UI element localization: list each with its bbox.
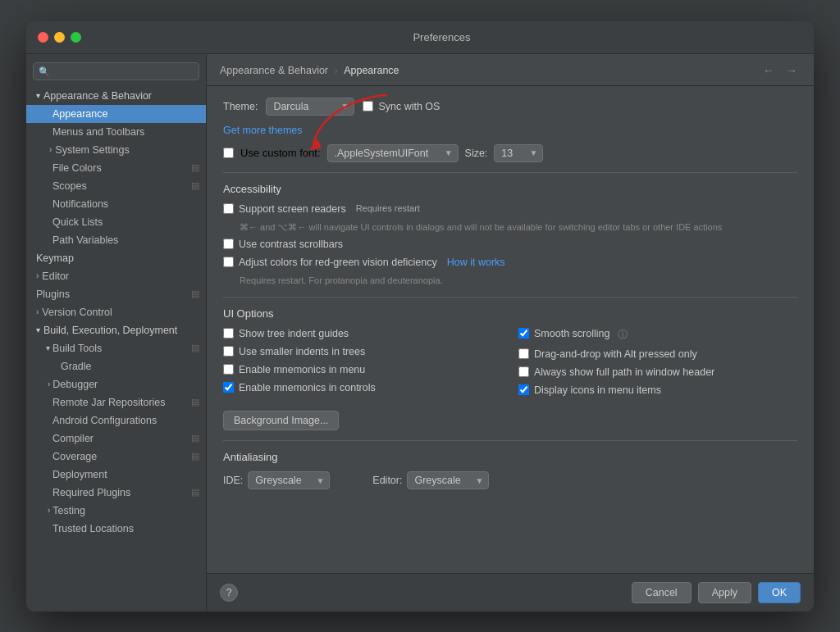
ide-aa-select[interactable]: Greyscale Subpixel None xyxy=(248,471,330,489)
how-it-works-link[interactable]: How it works xyxy=(447,257,505,268)
sidebar-item-debugger[interactable]: › Debugger xyxy=(26,375,206,393)
sidebar-item-system-settings[interactable]: › System Settings xyxy=(26,141,206,159)
titlebar: Preferences xyxy=(26,21,814,54)
background-image-button[interactable]: Background Image... xyxy=(223,411,339,430)
breadcrumb: Appearance & Behavior › Appearance xyxy=(220,65,399,76)
requires-restart-label: Requires restart xyxy=(356,203,420,213)
editor-aa-select[interactable]: Greyscale Subpixel None xyxy=(407,471,489,489)
sidebar-item-label: Build, Execution, Deployment xyxy=(43,325,177,336)
contrast-scrollbars-row: Use contrast scrollbars xyxy=(223,239,797,250)
mnemonics-controls-checkbox[interactable] xyxy=(223,382,234,393)
maximize-button[interactable] xyxy=(71,32,81,43)
display-icons-checkbox[interactable] xyxy=(518,384,529,395)
drag-drop-checkbox[interactable] xyxy=(518,348,529,359)
color-deficiency-label[interactable]: Adjust colors for red-green vision defic… xyxy=(239,257,437,268)
full-path-checkbox[interactable] xyxy=(518,366,529,377)
custom-font-checkbox[interactable] xyxy=(223,148,234,158)
sidebar-item-quick-lists[interactable]: Quick Lists xyxy=(26,213,206,231)
antialiasing-title: Antialiasing xyxy=(223,451,797,463)
editor-aa-label: Editor: xyxy=(372,475,402,486)
theme-select-wrap: Darcula IntelliJ Light High contrast ▼ xyxy=(266,98,354,116)
screen-readers-label[interactable]: Support screen readers xyxy=(239,203,346,215)
full-path-label[interactable]: Always show full path in window header xyxy=(534,366,714,378)
main-panel: Appearance & Behavior › Appearance ← → T… xyxy=(207,54,814,612)
mnemonics-menu-checkbox[interactable] xyxy=(223,364,234,375)
sidebar-item-file-colors[interactable]: File Colors ▤ xyxy=(26,159,206,177)
theme-row: Theme: Darcula IntelliJ Light High contr… xyxy=(223,98,797,116)
search-box[interactable]: 🔍 xyxy=(33,62,199,80)
mnemonics-menu-label[interactable]: Enable mnemonics in menu xyxy=(239,364,365,375)
sidebar-item-appearance-behavior[interactable]: ▾ Appearance & Behavior xyxy=(26,87,206,105)
sidebar-item-coverage[interactable]: Coverage ▤ xyxy=(26,448,206,466)
sidebar-item-appearance[interactable]: Appearance xyxy=(26,105,206,123)
search-input[interactable] xyxy=(33,62,199,80)
sidebar-item-notifications[interactable]: Notifications xyxy=(26,195,206,213)
ok-button[interactable]: OK xyxy=(758,582,801,603)
font-size-select[interactable]: 13 12 14 16 xyxy=(494,144,543,162)
nav-forward-button[interactable]: → xyxy=(783,62,801,79)
sync-os-label[interactable]: Sync with OS xyxy=(378,101,440,112)
contrast-scrollbars-label[interactable]: Use contrast scrollbars xyxy=(239,239,343,250)
drag-drop-row: Drag-and-drop with Alt pressed only xyxy=(518,348,797,360)
ui-options-grid: Show tree indent guides Use smaller inde… xyxy=(223,328,797,402)
sidebar-item-keymap[interactable]: Keymap xyxy=(26,249,206,267)
traffic-lights xyxy=(38,32,81,43)
sidebar-item-version-control[interactable]: › Version Control xyxy=(26,303,206,321)
ide-aa-label: IDE: xyxy=(223,475,243,486)
page-icon: ▤ xyxy=(191,487,199,498)
tree-indent-checkbox[interactable] xyxy=(223,328,234,339)
theme-select[interactable]: Darcula IntelliJ Light High contrast xyxy=(266,98,354,116)
sidebar-item-label: Version Control xyxy=(42,307,112,318)
sidebar-item-deployment[interactable]: Deployment xyxy=(26,466,206,484)
smooth-scrolling-label[interactable]: Smooth scrolling xyxy=(534,328,609,339)
size-label: Size: xyxy=(465,148,488,159)
apply-button[interactable]: Apply xyxy=(698,582,751,603)
main-content-area: 🔍 ▾ Appearance & Behavior Appearance Men… xyxy=(26,54,814,612)
get-more-themes-link[interactable]: Get more themes xyxy=(223,125,303,136)
mnemonics-controls-label[interactable]: Enable mnemonics in controls xyxy=(239,382,376,393)
drag-drop-label[interactable]: Drag-and-drop with Alt pressed only xyxy=(534,348,697,360)
smaller-indents-checkbox[interactable] xyxy=(223,346,234,357)
smaller-indents-label[interactable]: Use smaller indents in trees xyxy=(239,346,365,357)
sidebar-item-gradle[interactable]: Gradle xyxy=(26,357,206,375)
help-button[interactable]: ? xyxy=(220,584,238,602)
sidebar-item-menus-toolbars[interactable]: Menus and Toolbars xyxy=(26,123,206,141)
mnemonics-controls-row: Enable mnemonics in controls xyxy=(223,382,502,393)
sidebar-item-plugins[interactable]: Plugins ▤ xyxy=(26,285,206,303)
sidebar-item-compiler[interactable]: Compiler ▤ xyxy=(26,430,206,448)
contrast-scrollbars-checkbox[interactable] xyxy=(223,239,234,249)
sidebar-item-scopes[interactable]: Scopes ▤ xyxy=(26,177,206,195)
editor-antialiasing-group: Editor: Greyscale Subpixel None ▼ xyxy=(372,471,489,489)
sidebar-item-label: Debugger xyxy=(52,379,98,390)
sidebar-item-trusted-locations[interactable]: Trusted Locations xyxy=(26,520,206,538)
chevron-icon: › xyxy=(49,145,52,154)
sidebar-item-label: File Colors xyxy=(52,162,102,174)
screen-readers-sub: ⌘← and ⌥⌘← will navigate UI controls in … xyxy=(240,221,797,234)
sidebar-item-testing[interactable]: › Testing xyxy=(26,502,206,520)
tree-indent-label[interactable]: Show tree indent guides xyxy=(239,328,349,339)
sidebar-item-label: Quick Lists xyxy=(52,216,103,228)
sidebar-item-build-execution[interactable]: ▾ Build, Execution, Deployment xyxy=(26,321,206,339)
sidebar-item-path-variables[interactable]: Path Variables xyxy=(26,231,206,249)
custom-font-label[interactable]: Use custom font: xyxy=(240,147,321,159)
minimize-button[interactable] xyxy=(54,32,65,43)
screen-readers-checkbox[interactable] xyxy=(223,203,234,214)
sidebar-item-editor[interactable]: › Editor xyxy=(26,267,206,285)
close-button[interactable] xyxy=(38,32,48,43)
sidebar-item-android-configs[interactable]: Android Configurations xyxy=(26,411,206,430)
sidebar-item-build-tools[interactable]: ▾ Build Tools ▤ xyxy=(26,339,206,357)
color-deficiency-checkbox[interactable] xyxy=(223,257,234,267)
smooth-scrolling-checkbox[interactable] xyxy=(518,328,529,339)
sidebar-item-required-plugins[interactable]: Required Plugins ▤ xyxy=(26,484,206,502)
cancel-button[interactable]: Cancel xyxy=(632,582,692,603)
sync-os-checkbox[interactable] xyxy=(363,101,373,111)
sidebar-item-label: Appearance & Behavior xyxy=(43,90,152,102)
nav-back-button[interactable]: ← xyxy=(760,62,778,79)
display-icons-label[interactable]: Display icons in menu items xyxy=(534,384,661,396)
chevron-icon: › xyxy=(36,307,39,316)
font-select[interactable]: .AppleSystemUIFont xyxy=(327,144,459,162)
sidebar-item-label: Notifications xyxy=(52,198,108,210)
page-icon: ▤ xyxy=(191,162,199,173)
chevron-icon: ▾ xyxy=(36,325,40,334)
sidebar-item-remote-jar[interactable]: Remote Jar Repositories ▤ xyxy=(26,393,206,411)
